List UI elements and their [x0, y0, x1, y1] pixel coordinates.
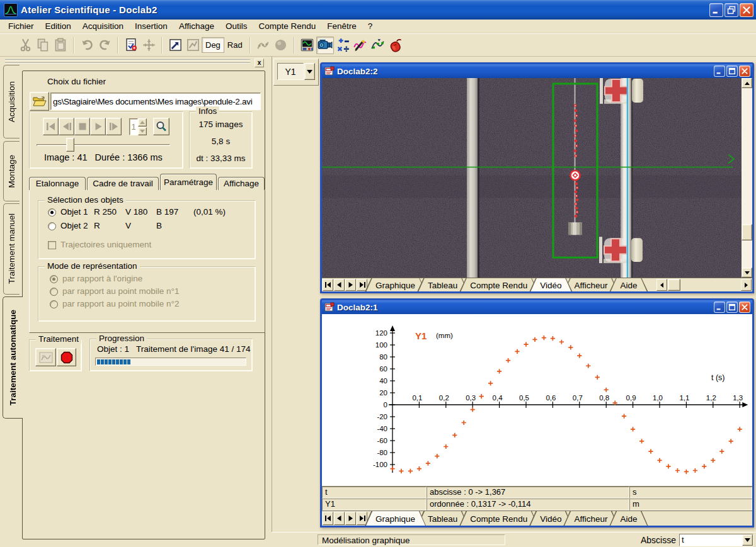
vertical-tab-traitement-manuel[interactable]: Traitement manuel — [3, 203, 20, 295]
menu-fen-tre[interactable]: Fenêtre — [321, 20, 362, 32]
cut-button[interactable] — [16, 37, 34, 54]
menu-edition[interactable]: Edition — [40, 20, 77, 32]
tab-cadre-de-travail[interactable]: Cadre de travail — [87, 177, 159, 190]
report-doc-button[interactable] — [122, 37, 140, 54]
undo-button[interactable] — [78, 37, 96, 54]
menu-?[interactable]: ? — [362, 20, 379, 32]
menu-fichier[interactable]: Fichier — [3, 20, 40, 32]
graph-close-button[interactable] — [739, 302, 750, 313]
hscroll-right-button[interactable] — [741, 279, 752, 291]
video-maximize-button[interactable] — [726, 65, 738, 77]
mouse-red-button[interactable] — [387, 37, 404, 54]
video-tab-vidéo[interactable]: Vidéo — [529, 278, 572, 291]
vertical-tab-montage[interactable]: Montage — [3, 141, 20, 201]
file-path-input[interactable] — [50, 93, 261, 110]
copy-button[interactable] — [34, 37, 52, 54]
video-close-button[interactable] — [739, 65, 750, 77]
graph-tab-compte-rendu[interactable]: Compte Rendu — [459, 511, 538, 526]
curve-points-button[interactable] — [369, 37, 387, 54]
graph-prev-tab-button[interactable] — [334, 512, 345, 525]
menu-insertion[interactable]: Insertion — [129, 20, 173, 32]
abscisse-dropdown-button[interactable] — [742, 534, 753, 546]
graph-next-tab-button[interactable] — [345, 512, 356, 525]
close-button[interactable] — [740, 3, 753, 17]
trajectoires-checkbox[interactable] — [48, 241, 56, 249]
video-first-tab-button[interactable] — [323, 279, 333, 291]
redo-button[interactable] — [96, 37, 113, 54]
video-minimize-button[interactable] — [714, 65, 725, 77]
video-window-icon — [324, 66, 335, 76]
rad-toggle-button[interactable]: Rad — [224, 37, 246, 53]
play-button[interactable] — [90, 118, 106, 135]
curve-selector-value[interactable]: Y1 — [277, 63, 304, 80]
tab-etalonnage[interactable]: Etalonnage — [29, 177, 86, 190]
video-last-tab-button[interactable] — [357, 279, 367, 291]
calculator-button[interactable] — [334, 37, 352, 54]
graph-last-tab-button[interactable] — [357, 512, 367, 525]
graph-maximize-button[interactable] — [726, 302, 738, 313]
vertical-scroll-thumb[interactable] — [742, 224, 752, 240]
spinner-up-button[interactable] — [138, 118, 147, 127]
video-tab-graphique[interactable]: Graphique — [365, 278, 426, 291]
oscilloscope-button[interactable] — [299, 37, 316, 54]
cut-icon — [18, 38, 33, 52]
dock-grip[interactable] — [5, 59, 250, 64]
frame-spinner-value[interactable]: 1 — [129, 118, 138, 135]
paste-button[interactable] — [52, 37, 69, 54]
plot-area[interactable]: 120100806040200-20-40-60-80-1000,10,20,3… — [322, 314, 752, 487]
mode-radio-2[interactable] — [50, 300, 58, 308]
start-traitement-button[interactable] — [35, 348, 56, 366]
video-tab-compte-rendu[interactable]: Compte Rendu — [459, 278, 538, 291]
chart-frame-button[interactable] — [184, 37, 202, 54]
prev-frame-button[interactable] — [59, 118, 74, 135]
stop-traitement-button[interactable] — [57, 348, 76, 366]
objet1-radio[interactable] — [48, 208, 56, 217]
mode-radio-1[interactable] — [50, 288, 58, 296]
dock-close-button[interactable]: x — [255, 59, 264, 67]
vertical-tab-traitement-automatique[interactable]: Traitement automatique — [3, 296, 23, 419]
video-tab-afficheur[interactable]: Afficheur — [563, 278, 618, 291]
tab-paramétrage[interactable]: Paramétrage — [160, 174, 217, 190]
restore-button[interactable] — [724, 3, 738, 17]
video-next-tab-button[interactable] — [345, 279, 356, 291]
menu-acquisition[interactable]: Acquisition — [77, 20, 129, 32]
graph-first-tab-button[interactable] — [323, 512, 333, 525]
axes-grid-button[interactable] — [140, 37, 158, 54]
frame-slider-track[interactable] — [37, 144, 170, 146]
objet2-radio[interactable] — [48, 222, 56, 230]
minimize-button[interactable] — [709, 3, 723, 17]
video-tab-aide[interactable]: Aide — [609, 278, 648, 291]
deg-toggle-button[interactable]: Deg — [202, 37, 224, 53]
graph-tab-afficheur[interactable]: Afficheur — [563, 511, 618, 526]
graph-tab-aide[interactable]: Aide — [609, 511, 648, 526]
mode-radio-0[interactable] — [50, 275, 58, 283]
menu-outils[interactable]: Outils — [220, 20, 253, 32]
pencil-wave-button[interactable] — [352, 37, 369, 54]
abscisse-combo[interactable]: t — [679, 534, 753, 546]
hscroll-left-button[interactable] — [656, 279, 667, 291]
frame-slider-thumb[interactable] — [66, 138, 74, 152]
open-file-button[interactable] — [30, 92, 49, 111]
graph-tab-graphique[interactable]: Graphique — [365, 511, 426, 526]
hscroll-thumb[interactable] — [668, 279, 680, 291]
scroll-down-button[interactable] — [742, 268, 752, 278]
menu-compte-rendu[interactable]: Compte Rendu — [253, 20, 321, 32]
menu-affichage[interactable]: Affichage — [173, 20, 220, 32]
scatter-gray-button[interactable] — [255, 37, 272, 54]
next-frame-button[interactable] — [106, 118, 122, 135]
first-frame-button[interactable] — [43, 118, 59, 135]
scroll-up-button[interactable] — [742, 78, 752, 88]
curve-selector-dropdown-button[interactable] — [304, 63, 315, 80]
spinner-down-button[interactable] — [138, 127, 147, 135]
graph-minimize-button[interactable] — [714, 302, 725, 313]
export-chart-button[interactable] — [166, 37, 184, 54]
stop-play-button[interactable] — [74, 118, 90, 135]
tab-affichage[interactable]: Affichage — [218, 177, 265, 190]
video-frame[interactable] — [322, 78, 742, 278]
video-prev-tab-button[interactable] — [334, 279, 345, 291]
camcorder-button[interactable] — [316, 37, 334, 54]
video-vertical-scrollbar[interactable] — [742, 78, 752, 278]
zoom-frame-button[interactable] — [153, 118, 169, 135]
vertical-tab-acquisition[interactable]: Acquisition — [3, 65, 20, 138]
sphere-button[interactable] — [272, 37, 290, 54]
